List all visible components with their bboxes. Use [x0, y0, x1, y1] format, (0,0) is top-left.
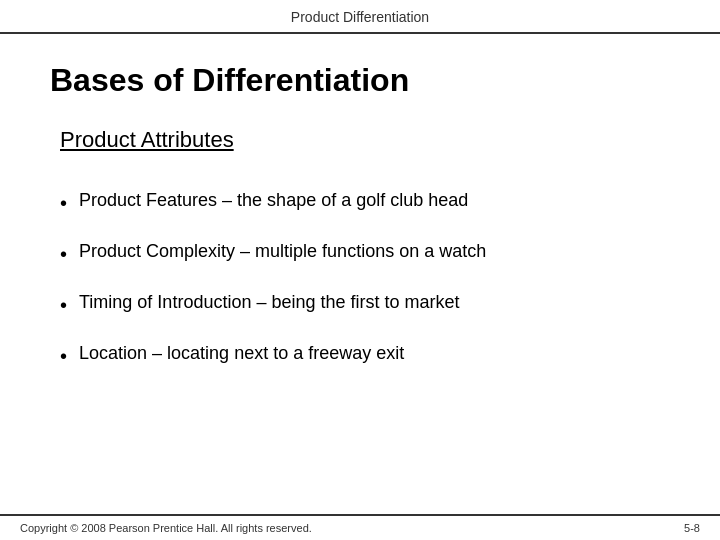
main-content: Bases of Differentiation Product Attribu…	[0, 34, 720, 514]
bullet-text: Location – locating next to a freeway ex…	[79, 340, 670, 367]
page-title: Bases of Differentiation	[50, 62, 670, 99]
bullet-dot: •	[60, 290, 67, 320]
footer-page-number: 5-8	[684, 522, 700, 534]
bullet-dot: •	[60, 188, 67, 218]
list-item: • Product Features – the shape of a golf…	[60, 177, 670, 228]
list-item: • Product Complexity – multiple function…	[60, 228, 670, 279]
section-title: Product Attributes	[50, 127, 670, 153]
bullet-list: • Product Features – the shape of a golf…	[50, 177, 670, 381]
bullet-dot: •	[60, 239, 67, 269]
header-title: Product Differentiation	[291, 9, 429, 25]
slide-footer: Copyright © 2008 Pearson Prentice Hall. …	[0, 514, 720, 540]
list-item: • Location – locating next to a freeway …	[60, 330, 670, 381]
bullet-dot: •	[60, 341, 67, 371]
footer-copyright: Copyright © 2008 Pearson Prentice Hall. …	[20, 522, 312, 534]
slide-container: Product Differentiation Bases of Differe…	[0, 0, 720, 540]
bullet-text: Product Features – the shape of a golf c…	[79, 187, 670, 214]
bullet-text: Product Complexity – multiple functions …	[79, 238, 670, 265]
list-item: • Timing of Introduction – being the fir…	[60, 279, 670, 330]
slide-header: Product Differentiation	[0, 0, 720, 34]
bullet-text: Timing of Introduction – being the first…	[79, 289, 670, 316]
